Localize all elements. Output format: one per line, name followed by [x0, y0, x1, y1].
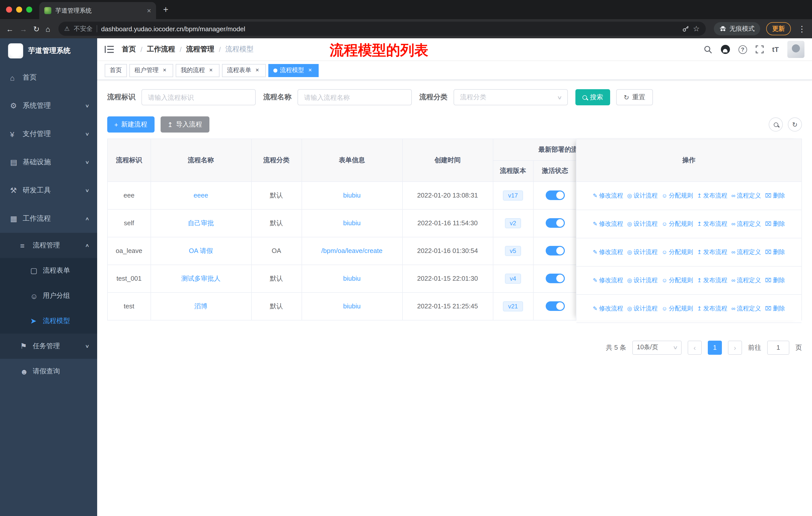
active-toggle[interactable] [546, 218, 564, 228]
breadcrumb-workflow[interactable]: 工作流程 [147, 45, 175, 54]
form-info-link[interactable]: biubiu [343, 275, 360, 282]
delete-action-link[interactable]: ⌧删除 [765, 248, 785, 256]
close-icon[interactable]: × [161, 67, 168, 74]
process-category-select[interactable]: 流程分类 ∨ [454, 89, 568, 105]
assign-action-link[interactable]: ☺分配规则 [662, 220, 693, 228]
update-button[interactable]: 更新 [766, 22, 791, 35]
close-window-button[interactable] [6, 6, 12, 12]
create-process-button[interactable]: + 新建流程 [107, 116, 154, 133]
fullscreen-icon[interactable] [756, 45, 764, 53]
back-icon[interactable]: ← [6, 25, 13, 32]
sidebar-item-infrastructure[interactable]: ▤基础设施∨ [0, 148, 97, 176]
definition-action-link[interactable]: ∞流程定义 [731, 220, 761, 228]
active-toggle[interactable] [546, 274, 564, 283]
process-id-input[interactable] [141, 89, 256, 105]
process-name-link[interactable]: eeee [194, 191, 208, 199]
edit-action-link[interactable]: ✎修改流程 [593, 248, 623, 256]
close-icon[interactable]: × [207, 67, 214, 74]
password-key-icon[interactable] [682, 25, 689, 32]
sidebar-item-workflow[interactable]: ▦工作流程∧ [0, 205, 97, 233]
sidebar-item-task-management[interactable]: ⚑任务管理∨ [0, 333, 97, 359]
design-action-link[interactable]: ◎设计流程 [627, 248, 658, 256]
delete-action-link[interactable]: ⌧删除 [765, 191, 785, 200]
breadcrumb-process-management[interactable]: 流程管理 [186, 45, 214, 54]
tab-close-icon[interactable]: × [147, 6, 151, 15]
tag-流程表单[interactable]: 流程表单× [222, 64, 266, 77]
import-process-button[interactable]: ↥ 导入流程 [160, 116, 209, 133]
process-name-input[interactable] [297, 89, 412, 105]
browser-tab[interactable]: 芋道管理系统 × [39, 2, 156, 19]
sidebar-item-user-group[interactable]: ☺用户分组 [0, 283, 97, 308]
page-1-button[interactable]: 1 [708, 341, 722, 354]
tag-流程模型[interactable]: 流程模型× [268, 64, 319, 77]
prev-page-button[interactable]: ‹ [688, 341, 702, 354]
sidebar-item-process-model[interactable]: ➤流程模型 [0, 308, 97, 333]
help-icon[interactable]: ? [738, 45, 747, 54]
goto-page-input[interactable] [767, 341, 789, 354]
browser-home-icon[interactable]: ⌂ [46, 25, 50, 32]
assign-action-link[interactable]: ☺分配规则 [662, 248, 693, 256]
delete-action-link[interactable]: ⌧删除 [765, 304, 785, 313]
breadcrumb-home[interactable]: 首页 [122, 45, 136, 54]
design-action-link[interactable]: ◎设计流程 [627, 220, 658, 228]
bookmark-star-icon[interactable]: ☆ [693, 24, 700, 33]
active-toggle[interactable] [546, 246, 564, 255]
sidebar-toggle-icon[interactable] [105, 45, 114, 53]
reload-icon[interactable]: ↻ [33, 25, 39, 32]
delete-action-link[interactable]: ⌧删除 [765, 276, 785, 285]
design-action-link[interactable]: ◎设计流程 [627, 304, 658, 313]
tag-我的流程[interactable]: 我的流程× [176, 64, 220, 77]
edit-action-link[interactable]: ✎修改流程 [593, 276, 623, 285]
definition-action-link[interactable]: ∞流程定义 [731, 276, 761, 285]
assign-action-link[interactable]: ☺分配规则 [662, 191, 693, 200]
font-size-icon[interactable]: tT [772, 45, 779, 53]
publish-action-link[interactable]: ↥发布流程 [697, 191, 727, 200]
minimize-window-button[interactable] [16, 6, 22, 12]
sidebar-item-system-management[interactable]: ⚙系统管理∨ [0, 92, 97, 120]
process-name-link[interactable]: 滔博 [194, 302, 207, 310]
publish-action-link[interactable]: ↥发布流程 [697, 276, 727, 285]
publish-action-link[interactable]: ↥发布流程 [697, 248, 727, 256]
toggle-search-button[interactable] [769, 117, 783, 132]
close-icon[interactable]: × [307, 67, 314, 74]
edit-action-link[interactable]: ✎修改流程 [593, 191, 623, 200]
form-info-link[interactable]: biubiu [343, 302, 360, 310]
browser-menu-icon[interactable]: ⋮ [798, 24, 806, 33]
forward-icon[interactable]: → [20, 25, 27, 32]
tag-首页[interactable]: 首页 [105, 64, 127, 77]
assign-action-link[interactable]: ☺分配规则 [662, 276, 693, 285]
publish-action-link[interactable]: ↥发布流程 [697, 304, 727, 313]
process-name-link[interactable]: OA 请假 [189, 247, 213, 254]
address-bar[interactable]: ⚠ 不安全 dashboard.yudao.iocoder.cn/bpm/man… [58, 22, 706, 36]
process-name-link[interactable]: 自己审批 [188, 219, 214, 226]
sidebar-item-dev-tools[interactable]: ⚒研发工具∨ [0, 176, 97, 205]
security-label[interactable]: 不安全 [74, 24, 93, 33]
search-icon[interactable] [704, 45, 712, 54]
design-action-link[interactable]: ◎设计流程 [627, 191, 658, 200]
active-toggle[interactable] [546, 301, 564, 311]
page-size-select[interactable]: 10条/页 ∨ [632, 341, 682, 354]
edit-action-link[interactable]: ✎修改流程 [593, 304, 623, 313]
sidebar-item-payment-management[interactable]: ¥支付管理∨ [0, 120, 97, 148]
search-button[interactable]: 搜索 [575, 89, 610, 105]
sidebar-item-home[interactable]: ⌂首页 [0, 63, 97, 92]
delete-action-link[interactable]: ⌧删除 [765, 220, 785, 228]
edit-action-link[interactable]: ✎修改流程 [593, 220, 623, 228]
sidebar-item-process-management[interactable]: ≡流程管理∧ [0, 233, 97, 258]
user-avatar[interactable] [787, 41, 805, 58]
definition-action-link[interactable]: ∞流程定义 [731, 191, 761, 200]
next-page-button[interactable]: › [728, 341, 742, 354]
sidebar-item-leave-query[interactable]: ☻请假查询 [0, 359, 97, 384]
close-icon[interactable]: × [254, 67, 261, 74]
github-icon[interactable] [721, 45, 730, 54]
design-action-link[interactable]: ◎设计流程 [627, 276, 658, 285]
active-toggle[interactable] [546, 190, 564, 200]
refresh-table-button[interactable]: ↻ [788, 117, 802, 132]
form-info-link[interactable]: /bpm/oa/leave/create [321, 247, 383, 254]
definition-action-link[interactable]: ∞流程定义 [731, 248, 761, 256]
sidebar-item-process-form[interactable]: ▢流程表单 [0, 258, 97, 283]
tag-租户管理[interactable]: 租户管理× [129, 64, 173, 77]
publish-action-link[interactable]: ↥发布流程 [697, 220, 727, 228]
new-tab-button[interactable]: + [163, 4, 168, 15]
process-name-link[interactable]: 测试多审批人 [181, 274, 221, 282]
